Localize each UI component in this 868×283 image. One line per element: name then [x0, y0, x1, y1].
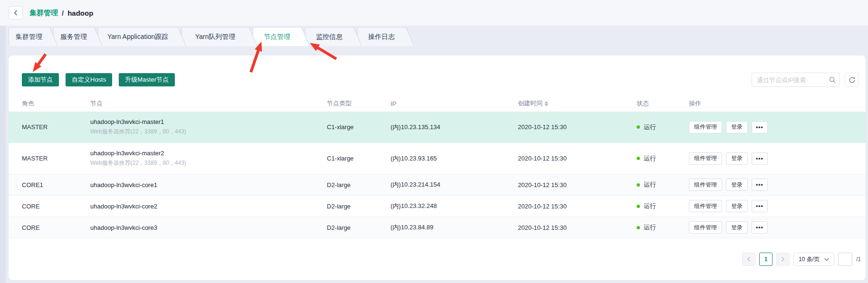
component-manage-button[interactable]: 组件管理: [689, 179, 722, 191]
search-input[interactable]: [752, 73, 840, 87]
cell-ip: (内)10.23.32.248: [391, 202, 518, 210]
column-header-created: 创建时间: [518, 99, 637, 108]
cell-node-type: D2-large: [327, 181, 391, 189]
component-manage-button[interactable]: 组件管理: [689, 200, 722, 212]
tab-6[interactable]: 操作日志: [357, 27, 414, 46]
table-row[interactable]: MASTER uhadoop-ln3wvkci-master2 Web服务器推荐…: [9, 143, 866, 174]
cell-actions: 组件管理 登录 •••: [689, 152, 866, 165]
status-label: 运行: [644, 180, 656, 189]
page-size-select[interactable]: 10 条/页: [793, 253, 834, 266]
table-body: MASTER uhadoop-ln3wvkci-master1 Web服务器推荐…: [9, 112, 866, 238]
status-dot-icon: [637, 183, 640, 187]
node-name: uhadoop-ln3wvkci-core1: [90, 181, 327, 189]
cell-role: CORE: [22, 203, 90, 210]
table-header: 角色 节点 节点类型 IP 创建时间 状态 操作: [9, 95, 866, 112]
status-dot-icon: [637, 226, 640, 229]
login-button[interactable]: 登录: [726, 179, 748, 191]
tab-label: 服务管理: [60, 33, 87, 41]
column-header-role: 角色: [22, 99, 90, 108]
column-header-actions: 操作: [689, 99, 866, 108]
cell-status: 运行: [637, 223, 689, 232]
breadcrumb-trail: 集群管理 / hadoop: [29, 9, 93, 18]
cell-role: MASTER: [22, 155, 90, 162]
cell-actions: 组件管理 登录 •••: [689, 121, 866, 133]
status-dot-icon: [637, 125, 640, 129]
status-dot-icon: [637, 205, 640, 208]
chevron-right-icon: [781, 257, 785, 262]
toolbar-button-0[interactable]: 添加节点: [22, 73, 59, 86]
status-label: 运行: [644, 154, 656, 163]
login-button[interactable]: 登录: [726, 121, 748, 133]
node-name: uhadoop-ln3wvkci-core2: [90, 203, 327, 210]
more-actions-button[interactable]: •••: [752, 200, 768, 212]
toolbar-button-1[interactable]: 自定义Hosts: [66, 73, 112, 86]
page-total: /1: [856, 256, 861, 263]
component-manage-button[interactable]: 组件管理: [689, 152, 722, 165]
pagination-prev-button[interactable]: [742, 253, 755, 266]
cell-ip: (内)10.23.214.154: [391, 180, 518, 189]
back-button[interactable]: [9, 6, 23, 19]
breadcrumb-link-cluster[interactable]: 集群管理: [29, 9, 58, 18]
cell-ip: (内)10.23.135.134: [391, 123, 518, 132]
tab-bar: 集群管理 服务管理 Yarn Application跟踪 Yarn队列管理 节点…: [9, 27, 410, 46]
tab-0[interactable]: 集群管理: [9, 27, 58, 46]
page-jump-input[interactable]: [838, 253, 852, 266]
more-actions-button[interactable]: •••: [752, 179, 768, 191]
node-name: uhadoop-ln3wvkci-master1: [90, 118, 327, 125]
node-subtitle: Web服务器推荐(22，3389，80，443): [90, 128, 327, 136]
table-row[interactable]: CORE uhadoop-ln3wvkci-core2 D2-large (内)…: [9, 196, 866, 217]
login-button[interactable]: 登录: [726, 152, 748, 165]
tab-label: Yarn队列管理: [195, 33, 236, 41]
more-actions-button[interactable]: •••: [752, 221, 768, 234]
tab-label: 节点管理: [264, 33, 290, 41]
cell-role: CORE1: [22, 181, 90, 189]
column-header-type: 节点类型: [327, 99, 391, 108]
cell-created: 2020-10-12 15:30: [518, 224, 637, 231]
tab-1[interactable]: 服务管理: [53, 27, 103, 46]
toolbar-button-2[interactable]: 升级Master节点: [119, 73, 175, 86]
tab-5[interactable]: 监控信息: [305, 27, 362, 46]
chevron-left-icon: [13, 10, 18, 16]
node-subtitle: Web服务器推荐(22，3389，80，443): [90, 159, 327, 167]
page-header-background: [0, 0, 868, 26]
more-actions-button[interactable]: •••: [752, 121, 768, 133]
sort-created[interactable]: 创建时间: [518, 99, 548, 108]
pagination-next-button[interactable]: [776, 253, 790, 266]
cell-status: 运行: [637, 123, 689, 132]
cell-ip: (内)10.23.93.165: [391, 154, 518, 163]
pagination: 1 10 条/页 /1: [9, 253, 861, 266]
breadcrumb: 集群管理 / hadoop: [9, 6, 93, 19]
cell-created: 2020-10-12 15:30: [518, 203, 637, 210]
column-header-status: 状态: [637, 99, 689, 108]
tab-4[interactable]: 节点管理: [253, 27, 310, 46]
cell-node: uhadoop-ln3wvkci-core2: [90, 203, 327, 210]
column-header-node: 节点: [90, 99, 327, 108]
toolbar-button-label: 升级Master节点: [125, 76, 169, 83]
breadcrumb-separator: /: [62, 9, 64, 17]
cell-created: 2020-10-12 15:30: [518, 155, 637, 162]
cell-actions: 组件管理 登录 •••: [689, 179, 866, 191]
refresh-button[interactable]: [845, 73, 859, 87]
login-button[interactable]: 登录: [726, 200, 748, 212]
tab-2[interactable]: Yarn Application跟踪: [98, 27, 186, 46]
table-row[interactable]: MASTER uhadoop-ln3wvkci-master1 Web服务器推荐…: [9, 112, 866, 143]
search-icon[interactable]: [829, 76, 836, 84]
toolbar-button-label: 添加节点: [28, 76, 53, 83]
cell-status: 运行: [637, 180, 689, 189]
content-card: 添加节点自定义Hosts升级Master节点 角色 节点 节点类型 IP 创建时…: [9, 56, 866, 280]
tab-3[interactable]: Yarn队列管理: [181, 27, 258, 46]
table-row[interactable]: CORE uhadoop-ln3wvkci-core3 D2-large (内)…: [9, 217, 866, 238]
more-actions-button[interactable]: •••: [752, 152, 768, 165]
node-name: uhadoop-ln3wvkci-core3: [90, 224, 327, 231]
component-manage-button[interactable]: 组件管理: [689, 121, 722, 133]
tab-label: 监控信息: [316, 33, 343, 41]
refresh-icon: [849, 76, 856, 84]
table-row[interactable]: CORE1 uhadoop-ln3wvkci-core1 D2-large (内…: [9, 174, 866, 196]
cell-role: MASTER: [22, 123, 90, 131]
login-button[interactable]: 登录: [726, 221, 748, 234]
pagination-page-1[interactable]: 1: [759, 253, 773, 266]
status-label: 运行: [644, 123, 656, 132]
cell-node-type: D2-large: [327, 203, 391, 210]
component-manage-button[interactable]: 组件管理: [689, 221, 722, 234]
cell-status: 运行: [637, 202, 689, 210]
